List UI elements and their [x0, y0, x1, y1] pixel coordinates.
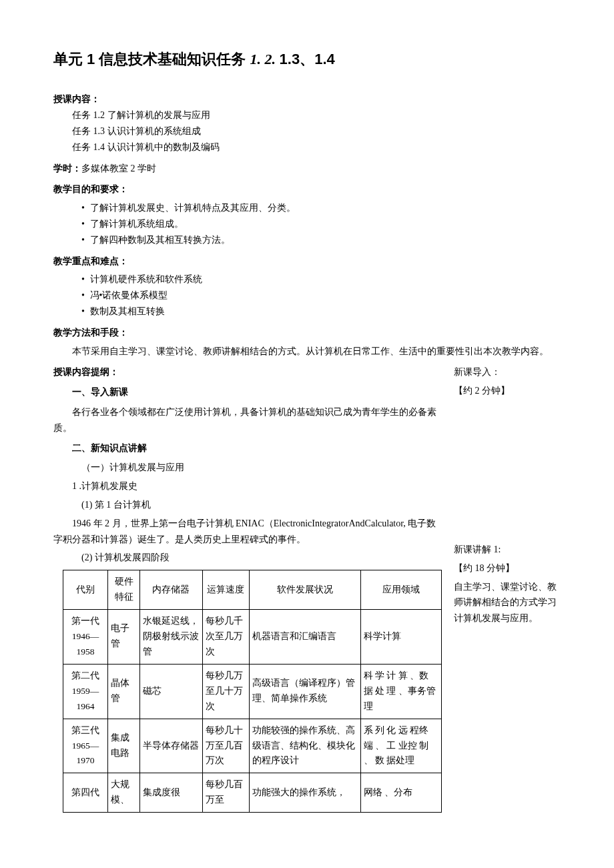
methods-text: 本节采用自主学习、课堂讨论、教师讲解相结合的方式。从计算机在日常工作、生活中的重…	[53, 344, 561, 360]
side-lecture1-label: 新课讲解 1:	[454, 542, 561, 558]
section-content: 授课内容： 任务 1.2 了解计算机的发展与应用 任务 1.3 认识计算机的系统…	[53, 91, 561, 155]
cell-speed: 每秒几万至几十万次	[202, 664, 249, 719]
table-row: 第四代 大规模、 集成度很 每秒几百万至 功能强大的操作系统， 网络 、分布	[63, 773, 441, 813]
eniac-text: 1946 年 2 月，世界上第一台电子计算机 ENIAC（ElectronicI…	[53, 516, 440, 548]
th-gen: 代别	[63, 570, 108, 610]
section-hours: 学时：多媒体教室 2 学时	[53, 161, 561, 177]
list-item: 计算机硬件系统和软件系统	[81, 272, 561, 288]
cell-gen: 第一代 1946—1958	[63, 609, 108, 664]
sub-heading-1-1-2: (2) 计算机发展四阶段	[53, 550, 440, 566]
label-objectives: 教学目的和要求：	[53, 181, 561, 197]
list-item: 了解四种数制及其相互转换方法。	[81, 232, 561, 248]
list-item: 冯•诺依曼体系模型	[81, 288, 561, 304]
side-intro-time: 【约 2 分钟】	[454, 383, 561, 399]
title-suffix: 1.3、1.4	[280, 51, 335, 67]
label-hours: 学时：	[53, 163, 81, 173]
lead-in-text: 各行各业各个领域都在广泛使用计算机，具备计算机的基础知识己成为青年学生的必备素质…	[53, 404, 440, 436]
list-item: 了解计算机发展史、计算机特点及其应用、分类。	[81, 200, 561, 216]
cell-sw: 功能较强的操作系统、高级语言、结构化、模块化的程序设计	[249, 719, 360, 773]
label-content: 授课内容：	[53, 94, 100, 104]
cell-app: 科学计算	[360, 609, 441, 664]
cell-hw: 电子管	[108, 609, 139, 664]
cell-speed: 每秒几十万至几百万次	[202, 719, 249, 773]
table-row: 第一代 1946—1958 电子管 水银延迟线，阴极射线示波管 每秒几千次至几万…	[63, 609, 441, 664]
section-objectives: 教学目的和要求： 了解计算机发展史、计算机特点及其应用、分类。 了解计算机系统组…	[53, 181, 561, 248]
sub-heading-1: （一）计算机发展与应用	[53, 460, 440, 476]
cell-mem: 磁芯	[139, 664, 202, 719]
page-title: 单元 1 信息技术基础知识任务 1. 2. 1.3、1.4	[53, 47, 561, 71]
th-speed: 运算速度	[202, 570, 249, 610]
label-methods: 教学方法和手段：	[53, 325, 561, 341]
th-hw: 硬件特征	[108, 570, 139, 610]
cell-app: 网络 、分布	[360, 773, 441, 813]
cell-mem: 集成度很	[139, 773, 202, 813]
table-row: 第二代 1959—1964 晶体管 磁芯 每秒几万至几十万次 高级语言（编译程序…	[63, 664, 441, 719]
th-mem: 内存储器	[139, 570, 202, 610]
sub-heading-1-1-1: (1) 第 1 台计算机	[53, 497, 440, 513]
heading-new-knowledge: 二、新知识点讲解	[53, 440, 440, 456]
list-item: 了解计算机系统组成。	[81, 216, 561, 232]
section-methods: 教学方法和手段： 本节采用自主学习、课堂讨论、教师讲解相结合的方式。从计算机在日…	[53, 325, 561, 360]
cell-speed: 每秒几千次至几万次	[202, 609, 249, 664]
section-focus: 教学重点和难点： 计算机硬件系统和软件系统 冯•诺依曼体系模型 数制及其相互转换	[53, 254, 561, 320]
objectives-list: 了解计算机发展史、计算机特点及其应用、分类。 了解计算机系统组成。 了解四种数制…	[53, 200, 561, 248]
label-focus: 教学重点和难点：	[53, 254, 561, 270]
cell-hw: 晶体管	[108, 664, 139, 719]
cell-gen: 第三代 1965—1970	[63, 719, 108, 773]
cell-hw: 集成电路	[108, 719, 139, 773]
cell-speed: 每秒几百万至	[202, 773, 249, 813]
cell-mem: 水银延迟线，阴极射线示波管	[139, 609, 202, 664]
cell-gen: 第四代	[63, 773, 108, 813]
side-intro-label: 新课导入：	[454, 364, 561, 380]
task-line: 任务 1.3 认识计算机的系统组成	[53, 123, 561, 139]
table-header-row: 代别 硬件特征 内存储器 运算速度 软件发展状况 应用领域	[63, 570, 441, 610]
cell-sw: 机器语言和汇编语言	[249, 609, 360, 664]
title-prefix: 单元 1 信息技术基础知识任务	[53, 51, 250, 67]
side-spacer	[454, 402, 561, 542]
task-line: 任务 1.2 了解计算机的发展与应用	[53, 107, 561, 123]
generations-table: 代别 硬件特征 内存储器 运算速度 软件发展状况 应用领域 第一代 1946—1…	[63, 570, 442, 813]
th-sw: 软件发展状况	[249, 570, 360, 610]
cell-app: 科 学 计 算 、数 据 处 理 、事务管理	[360, 664, 441, 719]
task-line: 任务 1.4 认识计算机中的数制及编码	[53, 139, 561, 155]
cell-gen: 第二代 1959—1964	[63, 664, 108, 719]
outline-side: 新课导入： 【约 2 分钟】 新课讲解 1: 【约 18 分钟】 自主学习、课堂…	[454, 364, 561, 813]
side-lecture1-text: 自主学习、课堂讨论、教师讲解相结合的方式学习计算机发展与应用。	[454, 579, 561, 626]
cell-app: 系 列 化 远 程终 端 、 工 业控 制 、 数 据处理	[360, 719, 441, 773]
outline-main: 授课内容提纲： 一、导入新课 各行各业各个领域都在广泛使用计算机，具备计算机的基…	[53, 364, 440, 813]
label-outline: 授课内容提纲：	[53, 364, 440, 380]
side-lecture1-time: 【约 18 分钟】	[454, 560, 561, 576]
list-item: 数制及其相互转换	[81, 304, 561, 320]
cell-sw: 功能强大的操作系统，	[249, 773, 360, 813]
title-italic: 1. 2.	[250, 51, 280, 67]
hours-value: 多媒体教室 2 学时	[81, 163, 156, 173]
sub-heading-1-1: 1 .计算机发展史	[53, 478, 440, 494]
cell-hw: 大规模、	[108, 773, 139, 813]
section-outline: 授课内容提纲： 一、导入新课 各行各业各个领域都在广泛使用计算机，具备计算机的基…	[53, 364, 561, 813]
table-row: 第三代 1965—1970 集成电路 半导体存储器 每秒几十万至几百万次 功能较…	[63, 719, 441, 773]
cell-sw: 高级语言（编译程序）管 理、简单操作系统	[249, 664, 360, 719]
cell-mem: 半导体存储器	[139, 719, 202, 773]
heading-lead-in: 一、导入新课	[53, 384, 440, 400]
th-app: 应用领域	[360, 570, 441, 610]
focus-list: 计算机硬件系统和软件系统 冯•诺依曼体系模型 数制及其相互转换	[53, 272, 561, 319]
